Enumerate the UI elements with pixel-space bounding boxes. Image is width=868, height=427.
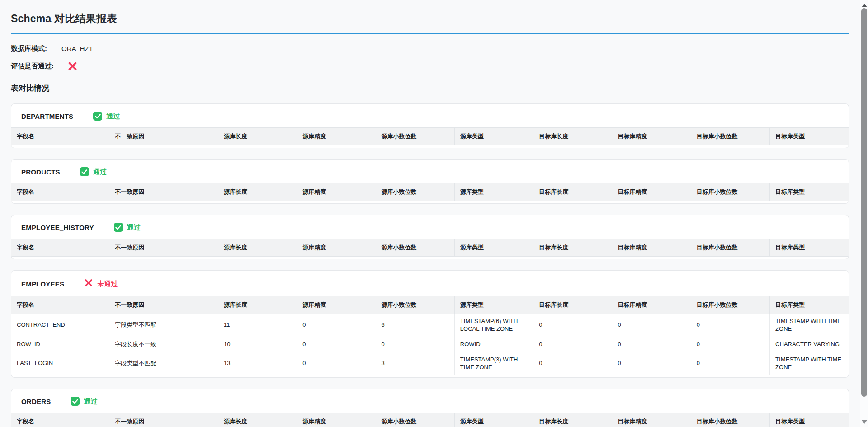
column-header: 字段名 (11, 413, 109, 427)
column-header: 目标库精度 (612, 413, 691, 427)
column-header: 源库类型 (454, 128, 533, 145)
status-badge: 通过 (80, 167, 107, 176)
table-cell: 0 (612, 352, 691, 375)
column-header: 目标库类型 (770, 296, 849, 314)
column-header: 字段名 (11, 183, 109, 201)
column-header: 目标库类型 (770, 128, 849, 145)
table-card: PRODUCTS 通过 字段名不一致原因源库长度源库精度源库小数位数源库类型目标… (11, 159, 849, 204)
column-header: 源库精度 (297, 413, 376, 427)
comparison-table-header-row: 字段名不一致原因源库长度源库精度源库小数位数源库类型目标库长度目标库精度目标库小… (11, 239, 849, 257)
comparison-table: 字段名不一致原因源库长度源库精度源库小数位数源库类型目标库长度目标库精度目标库小… (11, 183, 849, 201)
column-header: 目标库长度 (533, 183, 612, 201)
column-header: 源库长度 (218, 239, 297, 257)
status-text: 通过 (127, 223, 141, 232)
table-cell: 0 (376, 337, 454, 352)
table-cell: 0 (691, 314, 769, 337)
column-header: 目标库精度 (612, 239, 691, 257)
table-card: DEPARTMENTS 通过 字段名不一致原因源库长度源库精度源库小数位数源库类… (11, 103, 849, 148)
section-title: 表对比情况 (11, 83, 849, 94)
status-badge: 通过 (93, 112, 120, 121)
status-icon-slot (80, 167, 89, 176)
table-cell: TIMESTAMP WITH TIME ZONE (770, 352, 849, 375)
table-cell: ROWID (454, 337, 533, 352)
table-card-header: EMPLOYEE_HISTORY 通过 (11, 215, 849, 239)
column-header: 目标库类型 (770, 239, 849, 257)
comparison-table-header-row: 字段名不一致原因源库长度源库精度源库小数位数源库类型目标库长度目标库精度目标库小… (11, 183, 849, 201)
scrollbar-thumb[interactable] (861, 8, 867, 397)
table-cell: 0 (297, 314, 376, 337)
comparison-table-header-row: 字段名不一致原因源库长度源库精度源库小数位数源库类型目标库长度目标库精度目标库小… (11, 413, 849, 427)
status-text: 通过 (93, 168, 107, 176)
table-cell: 0 (533, 352, 612, 375)
column-header: 源库精度 (297, 128, 376, 145)
table-card: EMPLOYEE_HISTORY 通过 字段名不一致原因源库长度源库精度源库小数… (11, 215, 849, 259)
column-header: 源库精度 (297, 239, 376, 257)
table-row: ROW_ID字段长度不一致1000ROWID000CHARACTER VARYI… (11, 337, 849, 352)
status-text: 通过 (106, 112, 120, 121)
table-cell: 0 (691, 352, 769, 375)
status-text: 未通过 (97, 280, 118, 288)
table-cell: 11 (218, 314, 297, 337)
column-header: 源库类型 (454, 296, 533, 314)
table-cell: LAST_LOGIN (11, 352, 109, 375)
column-header: 目标库类型 (770, 413, 849, 427)
page-title: Schema 对比结果报表 (11, 12, 849, 34)
table-cell: 0 (297, 337, 376, 352)
status-icon-slot (84, 278, 93, 289)
column-header: 不一致原因 (109, 183, 218, 201)
table-card: EMPLOYEES 未通过 字段名不一致原因源库长度源库精度源库小数位数源库类型… (11, 270, 849, 378)
table-cell: 0 (533, 314, 612, 337)
column-header: 字段名 (11, 128, 109, 145)
status-icon-slot (114, 223, 123, 232)
column-header: 不一致原因 (109, 128, 218, 145)
table-card: ORDERS 通过 字段名不一致原因源库长度源库精度源库小数位数源库类型目标库长… (11, 389, 849, 427)
table-name: EMPLOYEE_HISTORY (21, 224, 94, 231)
table-cell: TIMESTAMP(3) WITH TIME ZONE (454, 352, 533, 375)
chevron-up-icon[interactable] (862, 4, 867, 7)
table-cell: TIMESTAMP(6) WITH LOCAL TIME ZONE (454, 314, 533, 337)
vertical-scrollbar[interactable] (860, 0, 868, 427)
column-header: 目标库小数位数 (691, 183, 769, 201)
table-card-header: ORDERS 通过 (11, 389, 849, 413)
table-cell: 6 (376, 314, 454, 337)
status-icon-slot (71, 397, 80, 406)
x-icon (67, 61, 78, 71)
table-cell: 10 (218, 337, 297, 352)
overall-result-row: 评估是否通过: (11, 61, 849, 71)
column-header: 字段名 (11, 296, 109, 314)
status-text: 通过 (84, 397, 97, 406)
table-cell: ROW_ID (11, 337, 109, 352)
status-badge: 通过 (114, 223, 141, 232)
column-header: 目标库精度 (612, 183, 691, 201)
status-badge: 通过 (71, 397, 97, 406)
table-card-header: EMPLOYEES 未通过 (11, 271, 849, 296)
column-header: 源库长度 (218, 128, 297, 145)
column-header: 源库长度 (218, 183, 297, 201)
table-card-list: DEPARTMENTS 通过 字段名不一致原因源库长度源库精度源库小数位数源库类… (11, 103, 849, 427)
table-row: CONTRACT_END字段类型不匹配1106TIMESTAMP(6) WITH… (11, 314, 849, 337)
chevron-down-icon[interactable] (862, 420, 867, 424)
column-header: 目标库小数位数 (691, 413, 769, 427)
report-page: Schema 对比结果报表 数据库模式: ORA_HZ1 评估是否通过: 表对比… (0, 0, 860, 427)
overall-result-label: 评估是否通过: (11, 62, 54, 70)
comparison-table: 字段名不一致原因源库长度源库精度源库小数位数源库类型目标库长度目标库精度目标库小… (11, 296, 849, 375)
table-cell: 3 (376, 352, 454, 375)
overall-fail-icon-slot (67, 61, 78, 71)
table-cell: CHARACTER VARYING (770, 337, 849, 352)
column-header: 目标库长度 (533, 413, 612, 427)
table-cell: TIMESTAMP WITH TIME ZONE (770, 314, 849, 337)
column-header: 源库类型 (454, 239, 533, 257)
check-icon (71, 397, 80, 406)
column-header: 源库小数位数 (376, 128, 454, 145)
column-header: 目标库小数位数 (691, 239, 769, 257)
table-row: LAST_LOGIN字段类型不匹配1303TIMESTAMP(3) WITH T… (11, 352, 849, 375)
column-header: 目标库长度 (533, 239, 612, 257)
column-header: 源库类型 (454, 413, 533, 427)
table-name: ORDERS (21, 398, 51, 405)
table-cell: 0 (612, 314, 691, 337)
table-card-header: DEPARTMENTS 通过 (11, 104, 849, 127)
table-name: DEPARTMENTS (21, 113, 73, 120)
table-name: PRODUCTS (21, 168, 60, 176)
column-header: 不一致原因 (109, 239, 218, 257)
column-header: 不一致原因 (109, 413, 218, 427)
